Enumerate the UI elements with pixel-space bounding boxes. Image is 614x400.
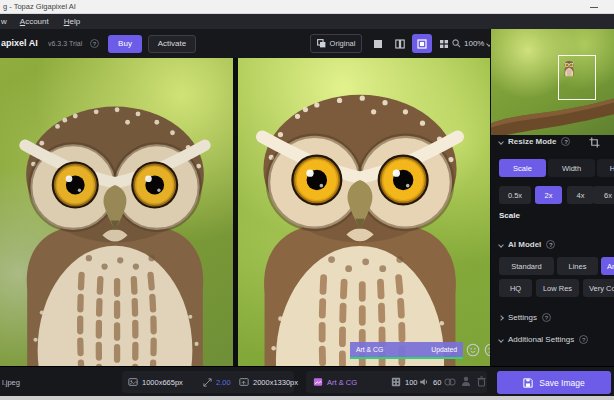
output-image-icon	[239, 377, 249, 387]
tab-height[interactable]: Height	[597, 159, 614, 177]
app-window: g - Topaz Gigapixel AI w Account Help ap…	[0, 0, 614, 400]
preview-image-enhanced[interactable]: Art & CG Updated	[238, 58, 490, 366]
model-standard[interactable]: Standard	[499, 257, 554, 275]
preview-image-original[interactable]	[0, 58, 233, 366]
chevron-down-icon	[498, 139, 504, 145]
model-indicator-group[interactable]: Art & CG	[313, 367, 357, 397]
model-art-cg[interactable]: Art & CG	[601, 257, 614, 275]
noise-grid-icon	[391, 377, 401, 387]
filename-label: l.jpeg	[2, 367, 20, 397]
model-name-value: Art & CG	[327, 378, 357, 387]
owl-photo-enhanced	[238, 58, 485, 366]
compare-original-icon	[317, 39, 326, 48]
expand-arrows-icon	[203, 378, 212, 387]
scale-factor-value: 2.00	[216, 378, 231, 387]
view-mode-group	[368, 34, 454, 53]
zoom-control[interactable]: 100%	[452, 34, 491, 53]
tab-width[interactable]: Width	[548, 159, 595, 177]
model-low-res[interactable]: Low Res	[536, 279, 579, 297]
split-view-icon[interactable]	[390, 34, 410, 53]
additional-settings-header[interactable]: Additional Settings ?	[499, 335, 588, 344]
minimize-icon[interactable]	[590, 7, 598, 8]
trial-help-icon[interactable]: ?	[90, 39, 99, 48]
menu-bar: w Account Help	[0, 14, 614, 29]
resize-mode-help-icon[interactable]: ?	[561, 137, 570, 146]
happy-face-icon[interactable]	[466, 343, 480, 357]
zoom-value: 100%	[464, 39, 484, 48]
desktop-strip	[0, 396, 614, 400]
chevron-down-icon	[498, 242, 504, 248]
title-bar[interactable]: g - Topaz Gigapixel AI	[0, 0, 614, 14]
crop-icon[interactable]	[589, 137, 600, 148]
app-version: v6.3.3 Trial	[48, 40, 82, 47]
model-hq[interactable]: HQ	[499, 279, 532, 297]
preview-area: Art & CG Updated	[0, 58, 490, 366]
original-toggle-button[interactable]: Original	[310, 34, 362, 53]
preset-0_5x[interactable]: 0.5x	[499, 186, 531, 204]
app-name: apixel AI	[1, 38, 38, 48]
input-size-group: 1000x665px	[128, 367, 183, 397]
single-view-icon[interactable]	[368, 34, 388, 53]
sidebar-controls: Resize Mode ? Scale Width Height 0.5x 2x…	[491, 135, 614, 366]
activate-button[interactable]: Activate	[148, 35, 196, 53]
ai-model-help-icon[interactable]: ?	[546, 240, 555, 249]
settings-help-icon[interactable]: ?	[542, 313, 551, 322]
trash-icon[interactable]	[477, 376, 486, 387]
model-art-icon	[313, 377, 323, 387]
ai-model-header[interactable]: AI Model ?	[499, 240, 555, 249]
blur-value: 60	[433, 378, 441, 387]
save-image-button[interactable]: Save Image	[497, 371, 611, 394]
window-title: g - Topaz Gigapixel AI	[3, 2, 76, 11]
side-by-side-view-icon[interactable]	[412, 34, 432, 53]
noise-value-group[interactable]: 100	[391, 367, 418, 397]
output-size-value: 2000x1330px	[253, 378, 298, 387]
feedback-group	[466, 343, 490, 357]
image-icon	[128, 377, 138, 387]
compare-circles-icon[interactable]	[444, 377, 456, 387]
preset-4x[interactable]: 4x	[567, 186, 594, 204]
settings-header[interactable]: Settings ?	[499, 313, 551, 322]
preset-6x[interactable]: 6x	[593, 186, 614, 204]
speaker-icon	[419, 377, 429, 387]
additional-settings-help-icon[interactable]: ?	[579, 335, 588, 344]
chevron-right-icon	[498, 315, 504, 321]
face-recovery-person-icon[interactable]	[461, 376, 471, 387]
banner-status: Updated	[431, 346, 457, 353]
model-very-compressed[interactable]: Very Compressed	[583, 279, 614, 297]
main-toolbar: apixel AI v6.3.3 Trial ? Buy Activate Or…	[0, 29, 490, 58]
status-bar: l.jpeg 1000x665px 2.00 2000x1330px Art &…	[0, 366, 614, 396]
banner-model-label: Art & CG	[356, 346, 383, 353]
blur-value-group[interactable]: 60	[419, 367, 441, 397]
navigator-thumbnail[interactable]	[491, 29, 614, 135]
noise-value: 100	[405, 378, 418, 387]
save-floppy-icon	[523, 378, 533, 388]
resize-mode-header[interactable]: Resize Mode ?	[499, 137, 570, 146]
quad-view-icon[interactable]	[434, 34, 454, 53]
right-sidebar: Resize Mode ? Scale Width Height 0.5x 2x…	[490, 29, 614, 366]
buy-button[interactable]: Buy	[108, 35, 142, 53]
scale-factor-group: 2.00	[203, 367, 231, 397]
chevron-down-icon	[498, 337, 504, 343]
model-lines[interactable]: Lines	[557, 257, 598, 275]
output-size-group: 2000x1330px	[239, 367, 298, 397]
preset-2x[interactable]: 2x	[535, 186, 562, 204]
model-status-banner: Art & CG Updated	[350, 342, 463, 359]
navigator-viewport-rect[interactable]	[558, 55, 596, 100]
owl-photo-original	[0, 70, 230, 366]
magnifier-icon	[452, 39, 461, 48]
tab-scale[interactable]: Scale	[499, 159, 546, 177]
menu-item-account[interactable]: Account	[20, 17, 49, 26]
menu-item-view[interactable]: w	[1, 17, 7, 26]
scale-section-label: Scale	[499, 211, 520, 220]
input-size-value: 1000x665px	[142, 378, 183, 387]
menu-item-help[interactable]: Help	[64, 17, 80, 26]
